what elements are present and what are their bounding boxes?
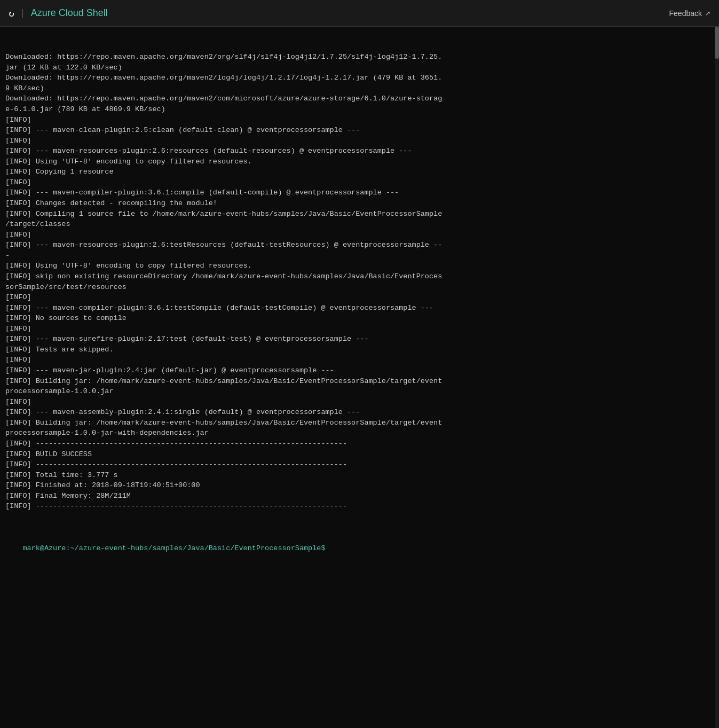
terminal-line: [INFO] ---------------------------------… <box>5 439 714 449</box>
external-link-icon: ↗ <box>705 10 710 17</box>
terminal-line: [INFO] BUILD SUCCESS <box>5 449 714 460</box>
terminal-line: [INFO] Changes detected - recompiling th… <box>5 198 714 209</box>
terminal-line: [INFO] <box>5 292 714 303</box>
terminal-line: [INFO] --- maven-surefire-plugin:2.17:te… <box>5 334 714 345</box>
refresh-icon[interactable]: ↻ <box>9 7 14 19</box>
terminal-line: [INFO] skip non existing resourceDirecto… <box>5 271 714 282</box>
terminal-line: [INFO] <box>5 115 714 126</box>
terminal-line: Downloaded: https://repo.maven.apache.or… <box>5 52 714 62</box>
terminal-prompt-line: mark@Azure:~/azure-event-hubs/samples/Ja… <box>5 533 714 564</box>
divider: | <box>20 8 26 19</box>
terminal-line: e-6.1.0.jar (789 KB at 4869.9 KB/sec) <box>5 104 714 115</box>
terminal-line: [INFO] Using 'UTF-8' encoding to copy fi… <box>5 261 714 271</box>
terminal-line: [INFO] <box>5 177 714 188</box>
terminal-line: /target/classes <box>5 219 714 230</box>
terminal-line: [INFO] <box>5 397 714 408</box>
terminal-line: [INFO] --- maven-resources-plugin:2.6:te… <box>5 240 714 251</box>
feedback-label: Feedback <box>669 9 702 18</box>
prompt-path: mark@Azure:~/azure-event-hubs/samples/Ja… <box>22 544 325 552</box>
terminal-output: Downloaded: https://repo.maven.apache.or… <box>5 52 714 512</box>
terminal-line: [INFO] Total time: 3.777 s <box>5 470 714 481</box>
title-bar-left: ↻ | Azure Cloud Shell <box>9 7 108 19</box>
terminal-line: Downloaded: https://repo.maven.apache.or… <box>5 93 714 104</box>
scrollbar-thumb[interactable] <box>715 27 719 59</box>
scrollbar-track[interactable] <box>715 27 719 728</box>
terminal-window[interactable]: Downloaded: https://repo.maven.apache.or… <box>0 27 719 728</box>
feedback-button[interactable]: Feedback ↗ <box>669 9 710 18</box>
terminal-line: processorsample-1.0.0-jar-with-dependenc… <box>5 428 714 439</box>
terminal-line: [INFO] Using 'UTF-8' encoding to copy fi… <box>5 156 714 167</box>
title-bar: ↻ | Azure Cloud Shell Feedback ↗ <box>0 0 719 27</box>
prompt-dollar <box>326 544 330 552</box>
terminal-line: Downloaded: https://repo.maven.apache.or… <box>5 73 714 83</box>
terminal-line: [INFO] <box>5 230 714 240</box>
terminal-line: processorsample-1.0.0.jar <box>5 386 714 397</box>
terminal-line: sorSample/src/test/resources <box>5 282 714 293</box>
terminal-line: [INFO] ---------------------------------… <box>5 501 714 512</box>
terminal-line: [INFO] <box>5 324 714 334</box>
terminal-line: jar (12 KB at 122.0 KB/sec) <box>5 62 714 73</box>
terminal-line: [INFO] --- maven-jar-plugin:2.4:jar (def… <box>5 365 714 376</box>
terminal-line: [INFO] --- maven-compiler-plugin:3.6.1:c… <box>5 187 714 198</box>
app-title: Azure Cloud Shell <box>31 7 108 19</box>
terminal-line: [INFO] ---------------------------------… <box>5 459 714 470</box>
terminal-line: [INFO] Final Memory: 28M/211M <box>5 491 714 502</box>
terminal-line: [INFO] No sources to compile <box>5 313 714 324</box>
terminal-line: [INFO] Tests are skipped. <box>5 345 714 355</box>
terminal-line: [INFO] --- maven-resources-plugin:2.6:re… <box>5 146 714 156</box>
terminal-line: [INFO] Compiling 1 source file to /home/… <box>5 209 714 220</box>
terminal-line: [INFO] Finished at: 2018-09-18T19:40:51+… <box>5 480 714 491</box>
terminal-line: [INFO] --- maven-compiler-plugin:3.6.1:t… <box>5 303 714 314</box>
terminal-line: - <box>5 251 714 261</box>
terminal-line: [INFO] Building jar: /home/mark/azure-ev… <box>5 376 714 387</box>
terminal-line: [INFO] <box>5 355 714 365</box>
terminal-line: [INFO] --- maven-clean-plugin:2.5:clean … <box>5 125 714 136</box>
terminal-line: 9 KB/sec) <box>5 83 714 94</box>
terminal-line: [INFO] <box>5 136 714 146</box>
terminal-line: [INFO] Copying 1 resource <box>5 167 714 177</box>
terminal-line: [INFO] Building jar: /home/mark/azure-ev… <box>5 418 714 428</box>
terminal-line: [INFO] --- maven-assembly-plugin:2.4.1:s… <box>5 407 714 418</box>
